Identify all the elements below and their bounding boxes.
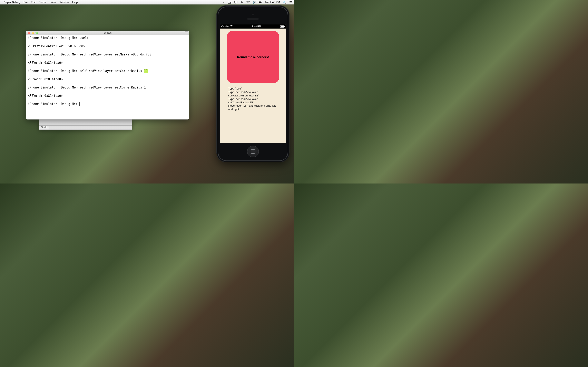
titlebar[interactable]: smash bbox=[26, 31, 189, 35]
wifi-icon bbox=[230, 25, 233, 28]
calendar-icon[interactable]: 15 bbox=[228, 1, 231, 4]
menu-view[interactable]: View bbox=[51, 1, 56, 4]
app-indicator-icon[interactable]: ▪ bbox=[222, 1, 225, 4]
svg-rect-1 bbox=[259, 2, 261, 3]
red-view: Round those corners! bbox=[227, 31, 279, 83]
close-button[interactable] bbox=[28, 32, 30, 34]
window-title: smash bbox=[26, 31, 189, 34]
front-camera-icon bbox=[252, 13, 254, 16]
app-content: Round those corners! Type `.self` Type `… bbox=[220, 29, 286, 114]
battery-icon bbox=[280, 25, 285, 27]
menu-help[interactable]: Help bbox=[72, 1, 78, 4]
menu-edit[interactable]: Edit bbox=[31, 1, 35, 4]
minimize-button[interactable] bbox=[32, 32, 34, 34]
background-window: Shell bbox=[39, 119, 132, 130]
zoom-button[interactable] bbox=[35, 32, 38, 34]
menubar-right: ▪ 15 💬 ↻ 🔊 Tue 2:48 PM 🔍 bbox=[222, 1, 292, 4]
shell-tab[interactable]: Shell bbox=[39, 125, 49, 129]
fullscreen-icon[interactable] bbox=[185, 31, 188, 34]
menu-file[interactable]: File bbox=[24, 1, 28, 4]
spotlight-icon[interactable]: 🔍 bbox=[283, 1, 286, 4]
menu-format[interactable]: Format bbox=[39, 1, 47, 4]
wifi-icon[interactable] bbox=[246, 1, 250, 4]
menubar: Super Debug File Edit Format View Window… bbox=[0, 0, 294, 4]
timemachine-icon[interactable]: ↻ bbox=[240, 1, 243, 4]
instruction-line: Type `.self` bbox=[228, 87, 278, 91]
ios-statusbar: Carrier 2:48 PM bbox=[220, 25, 286, 29]
speaker-icon bbox=[247, 18, 259, 20]
terminal-window: smash iPhone Simulator: Debug Me> .self … bbox=[26, 31, 189, 119]
carrier-label: Carrier bbox=[221, 25, 229, 28]
notification-center-icon[interactable] bbox=[289, 1, 292, 4]
instruction-line: Type `self redView layer setMasksToBound… bbox=[228, 91, 278, 98]
instruction-line: Type `self redView layer setCornerRadius… bbox=[228, 98, 278, 104]
home-button[interactable] bbox=[247, 146, 259, 157]
red-view-label: Round those corners! bbox=[237, 55, 269, 59]
ios-clock: 2:48 PM bbox=[252, 25, 261, 28]
chat-icon[interactable]: 💬 bbox=[234, 1, 237, 4]
volume-icon[interactable]: 🔊 bbox=[252, 1, 256, 4]
menu-app[interactable]: Super Debug bbox=[4, 1, 20, 4]
simulator-screen[interactable]: Carrier 2:48 PM Round those corners! Typ… bbox=[220, 25, 286, 143]
battery-icon[interactable] bbox=[259, 1, 262, 4]
ios-simulator: Carrier 2:48 PM Round those corners! Typ… bbox=[216, 5, 290, 162]
menu-window[interactable]: Window bbox=[60, 1, 69, 4]
instruction-line: Hover over `15`, and click and drag left… bbox=[228, 104, 278, 111]
terminal-body[interactable]: iPhone Simulator: Debug Me> .self <DBMEV… bbox=[26, 35, 189, 119]
instructions: Type `.self` Type `self redView layer se… bbox=[223, 87, 283, 111]
clock[interactable]: Tue 2:48 PM bbox=[265, 1, 280, 4]
svg-rect-2 bbox=[261, 2, 262, 2]
